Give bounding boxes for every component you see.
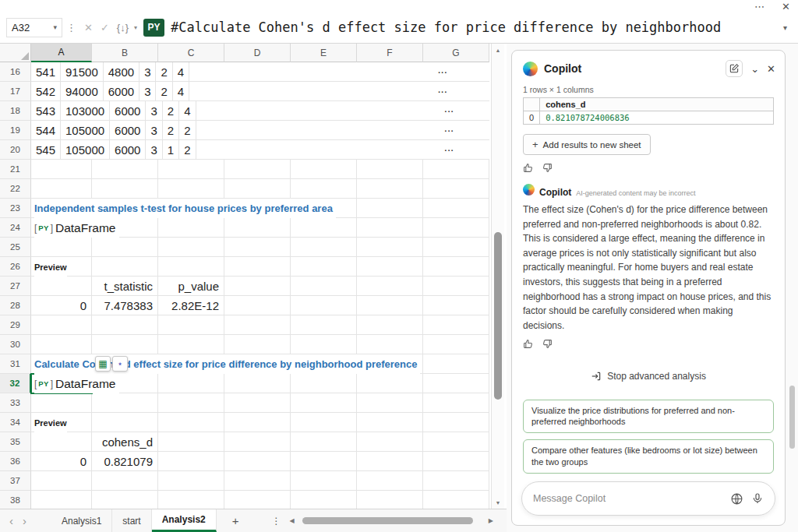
cell-E28[interactable]: [291, 296, 357, 315]
analyze-sparkle-button[interactable]: ⋆: [112, 356, 128, 372]
column-header-E[interactable]: E: [291, 44, 357, 62]
row-header-21[interactable]: 21: [0, 160, 31, 179]
cell-G21[interactable]: [423, 160, 489, 179]
row-header-37[interactable]: 37: [0, 471, 31, 491]
stop-advanced-analysis-button[interactable]: Stop advanced analysis: [591, 371, 706, 382]
cell-F37[interactable]: [357, 471, 423, 491]
thumbs-up-icon[interactable]: [523, 339, 533, 349]
cell-G24[interactable]: [423, 218, 489, 238]
cell-E18[interactable]: 2: [163, 101, 179, 121]
cell-F32[interactable]: [357, 374, 423, 393]
cell-D32[interactable]: [224, 374, 291, 393]
horizontal-scrollbar[interactable]: [297, 516, 486, 525]
cell-G22[interactable]: [423, 179, 489, 199]
cell-G18[interactable]: ...: [196, 101, 490, 121]
cell-B21[interactable]: [92, 160, 158, 179]
cell-B16[interactable]: 91500: [61, 62, 104, 82]
cell-D29[interactable]: [224, 315, 291, 335]
cell-G19[interactable]: ...: [196, 121, 490, 140]
sheet-nav-prev-button[interactable]: ‹: [5, 514, 18, 527]
row-header-35[interactable]: 35: [0, 432, 31, 452]
vertical-scrollbar[interactable]: ▲ ▼: [491, 44, 504, 509]
cell-B27[interactable]: t_statistic: [92, 277, 158, 296]
cell-F33[interactable]: [357, 393, 423, 413]
python-card-button[interactable]: ▦: [95, 356, 111, 372]
cell-B25[interactable]: [92, 238, 158, 257]
suggestion-chip-1[interactable]: Visualize the price distributions for pr…: [523, 400, 774, 434]
cell-A33[interactable]: [31, 393, 92, 413]
scroll-right-button[interactable]: ▶: [486, 517, 496, 524]
cell-A17[interactable]: 542: [31, 82, 61, 101]
cell-E34[interactable]: [291, 413, 357, 432]
row-header-32[interactable]: 32: [0, 374, 31, 393]
cell-G32[interactable]: [423, 374, 489, 393]
scroll-down-button[interactable]: ▼: [492, 496, 504, 509]
cell-D28[interactable]: [224, 296, 291, 315]
cell-G36[interactable]: [423, 452, 489, 471]
cell-B28[interactable]: 7.478383: [92, 296, 158, 315]
cell-D21[interactable]: [224, 160, 291, 179]
cell-D20[interactable]: 3: [146, 140, 162, 160]
cell-A30[interactable]: [31, 335, 92, 354]
cell-G30[interactable]: [423, 335, 489, 354]
cell-C32[interactable]: [158, 374, 224, 393]
cell-E22[interactable]: [291, 179, 357, 199]
cell-D33[interactable]: [224, 393, 291, 413]
row-header-26[interactable]: 26: [0, 257, 31, 277]
cell-D26[interactable]: [224, 257, 291, 277]
cell-F19[interactable]: 2: [179, 121, 196, 140]
cell-A18[interactable]: 543: [31, 101, 61, 121]
cell-C25[interactable]: [158, 238, 224, 257]
cell-G20[interactable]: ...: [196, 140, 490, 160]
column-header-G[interactable]: G: [423, 44, 489, 62]
cell-B34[interactable]: [92, 413, 158, 432]
pane-scroll-thumb[interactable]: [789, 386, 795, 449]
cell-G37[interactable]: [423, 471, 489, 491]
cell-C21[interactable]: [158, 160, 224, 179]
sheet-tab-start[interactable]: start: [112, 509, 151, 532]
column-header-F[interactable]: F: [357, 44, 423, 62]
cell-E16[interactable]: 2: [156, 62, 172, 82]
cell-C16[interactable]: 4800: [104, 62, 139, 82]
cell-G28[interactable]: [423, 296, 489, 315]
cell-A22[interactable]: [31, 179, 92, 199]
cell-B20[interactable]: 105000: [61, 140, 110, 160]
cell-B19[interactable]: 105000: [61, 121, 110, 140]
cell-C34[interactable]: [158, 413, 224, 432]
cell-E32[interactable]: [291, 374, 357, 393]
cell-B29[interactable]: [92, 315, 158, 335]
row-header-19[interactable]: 19: [0, 121, 31, 140]
cell-E27[interactable]: [291, 277, 357, 296]
cell-E26[interactable]: [291, 257, 357, 277]
cell-G29[interactable]: [423, 315, 489, 335]
cell-F24[interactable]: [357, 218, 423, 238]
sheet-tab-analysis2[interactable]: Analysis2: [152, 509, 217, 532]
cell-D36[interactable]: [224, 452, 291, 471]
cell-E37[interactable]: [291, 471, 357, 491]
row-header-24[interactable]: 24: [0, 218, 31, 238]
row-header-27[interactable]: 27: [0, 277, 31, 296]
cell-A37[interactable]: [31, 471, 92, 491]
python-object-selector-icon[interactable]: {↓}: [113, 22, 132, 33]
cell-G17[interactable]: ...: [189, 82, 489, 101]
cell-A28[interactable]: 0: [31, 296, 92, 315]
web-search-icon[interactable]: [730, 492, 743, 506]
row-header-33[interactable]: 33: [0, 393, 31, 413]
cell-C20[interactable]: 6000: [110, 140, 146, 160]
cell-C18[interactable]: 6000: [110, 101, 146, 121]
row-header-20[interactable]: 20: [0, 140, 31, 160]
cell-F34[interactable]: [357, 413, 423, 432]
copilot-input[interactable]: [533, 493, 722, 504]
name-box-chevron-icon[interactable]: ▾: [53, 23, 57, 31]
cell-B26[interactable]: [92, 257, 158, 277]
select-all-corner[interactable]: [0, 44, 31, 62]
window-more-button[interactable]: ⋯: [753, 1, 766, 12]
cell-G33[interactable]: [423, 393, 489, 413]
row-header-22[interactable]: 22: [0, 179, 31, 199]
name-box[interactable]: A32 ▾: [6, 18, 62, 37]
cell-G34[interactable]: [423, 413, 489, 432]
cell-F26[interactable]: [357, 257, 423, 277]
cell-A20[interactable]: 545: [31, 140, 61, 160]
cell-C35[interactable]: [158, 432, 224, 452]
cell-E29[interactable]: [291, 315, 357, 335]
